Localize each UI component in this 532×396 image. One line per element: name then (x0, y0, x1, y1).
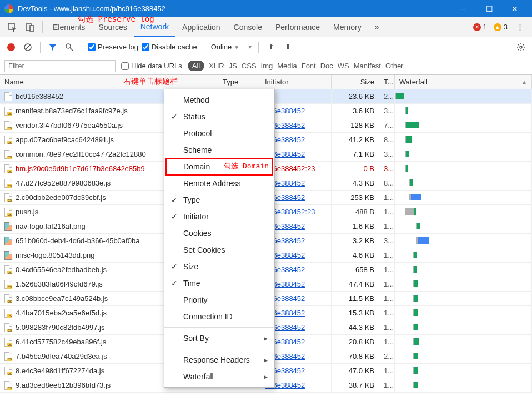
filter-type-xhr[interactable]: XHR (209, 62, 224, 70)
ctx-status[interactable]: Status (164, 108, 274, 125)
request-size: 4.6 KB (332, 248, 379, 263)
ctx-initiator[interactable]: Initiator (164, 208, 274, 225)
js-file-icon (4, 381, 12, 390)
filter-type-media[interactable]: Media (277, 62, 297, 70)
search-icon[interactable] (63, 41, 76, 54)
table-header[interactable]: Name Type Initiator Size T... Waterfall▲ (0, 75, 532, 89)
waterfall-cell (395, 306, 532, 320)
request-size: 47.0 KB (332, 364, 379, 378)
waterfall-cell (395, 133, 532, 147)
request-name: 2.c90dbb2ede007dc39cbf.js (16, 193, 106, 202)
tab-performance[interactable]: Performance (269, 17, 327, 37)
disable-cache-checkbox[interactable]: Disable cache (142, 43, 197, 51)
filter-icon[interactable] (46, 41, 59, 54)
ctx-remote-address[interactable]: Remote Address (164, 175, 274, 192)
request-name: vendor.3f47bdf067975ea4550a.js (16, 121, 123, 129)
more-tabs-icon[interactable]: » (369, 19, 385, 35)
ctx-set-cookies[interactable]: Set Cookies (164, 242, 274, 258)
request-size: 41.2 KB (332, 133, 379, 147)
request-size: 3.2 KB (332, 234, 379, 248)
hide-data-urls-checkbox[interactable]: Hide data URLs (121, 62, 182, 70)
col-size[interactable]: Size (332, 75, 379, 89)
filter-type-other[interactable]: Other (385, 62, 404, 70)
ctx-priority[interactable]: Priority (164, 292, 274, 308)
tab-console[interactable]: Console (227, 17, 269, 37)
ctx-time[interactable]: Time (164, 275, 274, 292)
filter-type-manifest[interactable]: Manifest (354, 62, 381, 70)
js-file-icon (4, 367, 12, 375)
js-file-icon (4, 323, 12, 332)
ctx-response-headers[interactable]: Response Headers (164, 352, 274, 368)
request-size: 3.6 KB (332, 104, 379, 118)
request-size: 47.4 KB (332, 277, 379, 292)
ctx-sort-by[interactable]: Sort By (164, 330, 274, 347)
request-time: 1... (379, 306, 395, 320)
request-name: nav-logo.faf216af.png (16, 222, 86, 230)
filter-type-css[interactable]: CSS (242, 62, 257, 70)
svg-line-6 (70, 48, 73, 51)
filter-type-all[interactable]: All (188, 61, 204, 71)
window-title: DevTools - www.jianshu.com/p/bc916e38845… (18, 4, 451, 13)
request-time: 1... (379, 378, 395, 393)
inspect-icon[interactable] (4, 19, 20, 35)
col-waterfall[interactable]: Waterfall▲ (395, 75, 532, 89)
record-button[interactable] (4, 41, 18, 54)
ctx-waterfall[interactable]: Waterfall (164, 368, 274, 385)
tab-memory[interactable]: Memory (327, 17, 368, 37)
request-name: 5.098283f790c82fdb4997.js (16, 323, 104, 332)
ctx-protocol[interactable]: Protocol (164, 125, 274, 142)
throttle-select[interactable]: Online▼ (209, 43, 242, 51)
tab-application[interactable]: Application (175, 17, 227, 37)
filter-type-ws[interactable]: WS (338, 62, 349, 70)
js-file-icon (4, 121, 12, 130)
request-time: 3... (379, 234, 395, 248)
request-name: 8.e4c3e498d1ff672274da.js (16, 367, 104, 375)
maximize-button[interactable]: ☐ (476, 0, 502, 17)
waterfall-cell (395, 378, 532, 393)
warning-badge[interactable]: ▲3 (494, 23, 508, 31)
throttle-arrow-icon[interactable]: ▼ (247, 44, 253, 50)
ctx-scheme[interactable]: Scheme (164, 142, 274, 158)
request-name: misc-logo.805143dd.png (16, 251, 94, 259)
request-size: 0 B (332, 162, 379, 176)
kebab-menu-icon[interactable]: ⋮ (512, 19, 528, 35)
filter-input[interactable] (4, 60, 116, 72)
upload-har-icon[interactable]: ⬆ (264, 41, 278, 54)
download-har-icon[interactable]: ⬇ (281, 41, 294, 54)
ctx-domain[interactable]: Domain (164, 158, 274, 175)
minimize-button[interactable]: ─ (451, 0, 476, 17)
filter-type-font[interactable]: Font (302, 62, 316, 70)
request-time: 1... (379, 292, 395, 306)
filter-type-img[interactable]: Img (261, 62, 273, 70)
request-size: 20.8 KB (332, 335, 379, 349)
image-icon (4, 251, 12, 260)
image-icon (4, 222, 12, 231)
filter-type-js[interactable]: JS (229, 62, 237, 70)
request-time: 1... (379, 219, 395, 234)
device-toggle-icon[interactable] (22, 19, 38, 35)
close-button[interactable]: ✕ (502, 0, 528, 17)
col-type[interactable]: Type (218, 75, 260, 89)
filter-type-doc[interactable]: Doc (320, 62, 333, 70)
col-initiator[interactable]: Initiator (260, 75, 332, 89)
error-badge[interactable]: ✕1 (473, 23, 487, 31)
col-time[interactable]: T... (379, 75, 395, 89)
preserve-log-checkbox[interactable]: Preserve log (88, 43, 138, 51)
col-name[interactable]: Name (0, 75, 218, 89)
request-size: 488 B (332, 205, 379, 219)
ctx-method[interactable]: Method (164, 92, 274, 108)
document-icon (4, 92, 12, 101)
devtools-tabbar: ElementsSourcesNetworkApplicationConsole… (0, 17, 532, 37)
ctx-connection-id[interactable]: Connection ID (164, 308, 274, 325)
ctx-size[interactable]: Size (164, 258, 274, 275)
request-size: 7.1 KB (332, 147, 379, 162)
ctx-type[interactable]: Type (164, 192, 274, 208)
request-name: push.js (16, 208, 38, 216)
ctx-cookies[interactable]: Cookies (164, 225, 274, 242)
request-size: 253 KB (332, 191, 379, 205)
clear-button[interactable] (21, 41, 34, 54)
waterfall-cell (395, 335, 532, 349)
settings-icon[interactable] (514, 41, 528, 54)
waterfall-cell (395, 219, 532, 234)
js-file-icon (4, 208, 12, 217)
